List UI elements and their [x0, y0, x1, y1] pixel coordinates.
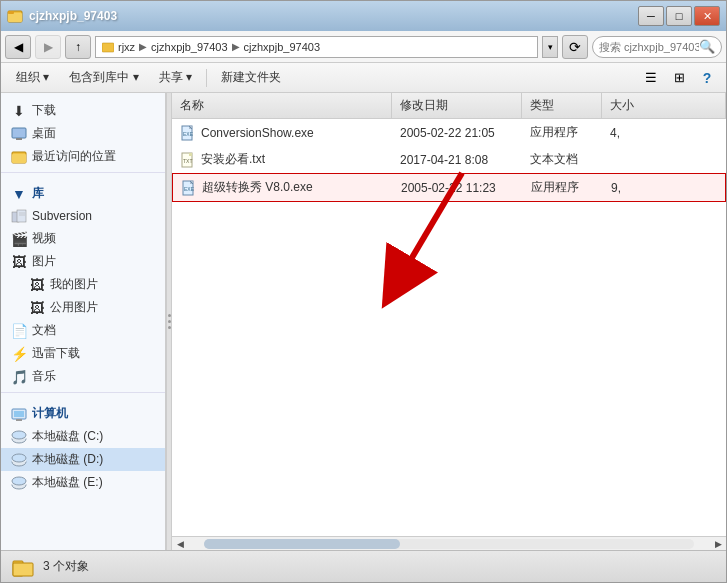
drive-c-icon — [11, 429, 27, 445]
svg-rect-2 — [8, 11, 14, 14]
path-segment-1: rjxz — [118, 41, 135, 53]
help-button[interactable]: ? — [694, 66, 720, 90]
svg-rect-13 — [16, 419, 22, 421]
close-button[interactable]: ✕ — [694, 6, 720, 26]
download-icon: ⬇ — [11, 103, 27, 119]
minimize-button[interactable]: ─ — [638, 6, 664, 26]
main-area: ⬇ 下载 桌面 最近访问的位置 ▼ 库 — [1, 93, 726, 550]
svg-rect-7 — [12, 154, 26, 163]
computer-expand-icon — [11, 406, 27, 422]
scroll-left-button[interactable]: ◀ — [172, 537, 188, 551]
svg-rect-29 — [189, 153, 192, 156]
search-box[interactable]: 🔍 — [592, 36, 722, 58]
sidebar-item-subversion[interactable]: Subversion — [1, 205, 165, 227]
table-row[interactable]: EXE ConversionShow.exe 2005-02-22 21:05 … — [172, 119, 726, 146]
file-name-cell: EXE 超级转换秀 V8.0.exe — [173, 177, 393, 198]
path-segment-2: cjzhxpjb_97403 — [151, 41, 227, 53]
scroll-thumb[interactable] — [204, 539, 400, 549]
file-date-cell: 2005-02-22 11:23 — [393, 179, 523, 197]
drive-e-icon — [11, 475, 27, 491]
search-icon[interactable]: 🔍 — [699, 39, 715, 54]
new-folder-button[interactable]: 新建文件夹 — [212, 66, 290, 90]
sidebar-item-download[interactable]: ⬇ 下载 — [1, 99, 165, 122]
toolbar-separator — [206, 69, 207, 87]
sidebar-item-public-pictures[interactable]: 🖼 公用图片 — [1, 296, 165, 319]
sidebar-item-my-pictures[interactable]: 🖼 我的图片 — [1, 273, 165, 296]
share-button[interactable]: 共享 ▾ — [150, 66, 201, 90]
sidebar-item-desktop[interactable]: 桌面 — [1, 122, 165, 145]
explorer-window: cjzhxpjb_97403 ─ □ ✕ ◀ ▶ ↑ rjxz ▶ cjzhxp… — [0, 0, 727, 583]
recent-icon — [11, 149, 27, 165]
file-name: ConversionShow.exe — [201, 126, 314, 140]
sidebar-item-drive-c[interactable]: 本地磁盘 (C:) — [1, 425, 165, 448]
col-header-type[interactable]: 类型 — [522, 93, 602, 118]
address-bar: ◀ ▶ ↑ rjxz ▶ cjzhxpjb_97403 ▶ cjzhxpjb_9… — [1, 31, 726, 63]
svg-text:EXE: EXE — [184, 186, 195, 192]
table-row[interactable]: EXE 超级转换秀 V8.0.exe 2005-02-22 11:23 应用程序… — [172, 173, 726, 202]
organize-button[interactable]: 组织 ▾ — [7, 66, 58, 90]
svg-rect-5 — [16, 138, 22, 140]
file-list-area: 名称 修改日期 类型 大小 EXE ConversionShow.exe 200… — [172, 93, 726, 550]
col-header-name[interactable]: 名称 — [172, 93, 392, 118]
sidebar-item-recent[interactable]: 最近访问的位置 — [1, 145, 165, 168]
toolbar: 组织 ▾ 包含到库中 ▾ 共享 ▾ 新建文件夹 ☰ ⊞ ? — [1, 63, 726, 93]
xunlei-icon: ⚡ — [11, 346, 27, 362]
back-button[interactable]: ◀ — [5, 35, 31, 59]
path-segment-3: cjzhxpjb_97403 — [244, 41, 320, 53]
col-header-date[interactable]: 修改日期 — [392, 93, 522, 118]
txt-icon: TXT — [180, 152, 196, 168]
file-size-cell — [602, 158, 726, 162]
horizontal-scrollbar[interactable]: ◀ ▶ — [172, 536, 726, 550]
status-count: 3 个对象 — [43, 558, 89, 575]
file-list: EXE ConversionShow.exe 2005-02-22 21:05 … — [172, 119, 726, 536]
file-size-cell: 4, — [602, 124, 726, 142]
up-button[interactable]: ↑ — [65, 35, 91, 59]
window-title: cjzhxpjb_97403 — [29, 9, 638, 23]
documents-icon: 📄 — [11, 323, 27, 339]
scroll-track[interactable] — [204, 539, 694, 549]
sidebar-divider-1 — [1, 172, 165, 173]
include-library-button[interactable]: 包含到库中 ▾ — [60, 66, 147, 90]
svg-rect-14 — [14, 411, 24, 417]
exe-icon-2: EXE — [181, 180, 197, 196]
file-name-cell: TXT 安装必看.txt — [172, 149, 392, 170]
video-icon: 🎬 — [11, 231, 27, 247]
sidebar-libraries-header[interactable]: ▼ 库 — [1, 177, 165, 205]
file-name: 超级转换秀 V8.0.exe — [202, 179, 313, 196]
pictures-icon: 🖼 — [11, 254, 27, 270]
col-header-size[interactable]: 大小 — [602, 93, 726, 118]
forward-button[interactable]: ▶ — [35, 35, 61, 59]
scroll-right-button[interactable]: ▶ — [710, 537, 726, 551]
view-details-button[interactable]: ☰ — [638, 66, 664, 90]
sidebar-divider-2 — [1, 392, 165, 393]
svg-text:TXT: TXT — [183, 158, 192, 164]
sidebar-item-video[interactable]: 🎬 视频 — [1, 227, 165, 250]
sidebar-item-pictures[interactable]: 🖼 图片 — [1, 250, 165, 273]
sidebar-computer-header[interactable]: 计算机 — [1, 397, 165, 425]
address-dropdown[interactable]: ▾ — [542, 36, 558, 58]
svg-point-23 — [12, 477, 26, 485]
view-icons-button[interactable]: ⊞ — [666, 66, 692, 90]
file-name: 安装必看.txt — [201, 151, 265, 168]
desktop-icon — [11, 126, 27, 142]
refresh-button[interactable]: ⟳ — [562, 35, 588, 59]
address-path[interactable]: rjxz ▶ cjzhxpjb_97403 ▶ cjzhxpjb_97403 — [95, 36, 538, 58]
sidebar-item-xunlei[interactable]: ⚡ 迅雷下载 — [1, 342, 165, 365]
sidebar-item-drive-d[interactable]: 本地磁盘 (D:) — [1, 448, 165, 471]
maximize-button[interactable]: □ — [666, 6, 692, 26]
drive-d-icon — [11, 452, 27, 468]
exe-icon: EXE — [180, 125, 196, 141]
table-row[interactable]: TXT 安装必看.txt 2017-04-21 8:08 文本文档 — [172, 146, 726, 173]
window-controls: ─ □ ✕ — [638, 6, 720, 26]
file-size-cell: 9, — [603, 179, 725, 197]
sidebar: ⬇ 下载 桌面 最近访问的位置 ▼ 库 — [1, 93, 166, 550]
sidebar-item-music[interactable]: 🎵 音乐 — [1, 365, 165, 388]
svg-point-17 — [12, 431, 26, 439]
sidebar-item-documents[interactable]: 📄 文档 — [1, 319, 165, 342]
my-pictures-icon: 🖼 — [29, 277, 45, 293]
sidebar-item-drive-e[interactable]: 本地磁盘 (E:) — [1, 471, 165, 494]
search-input[interactable] — [599, 41, 699, 53]
libraries-expand-icon: ▼ — [11, 186, 27, 202]
svg-rect-3 — [102, 43, 114, 52]
status-bar: 3 个对象 — [1, 550, 726, 582]
